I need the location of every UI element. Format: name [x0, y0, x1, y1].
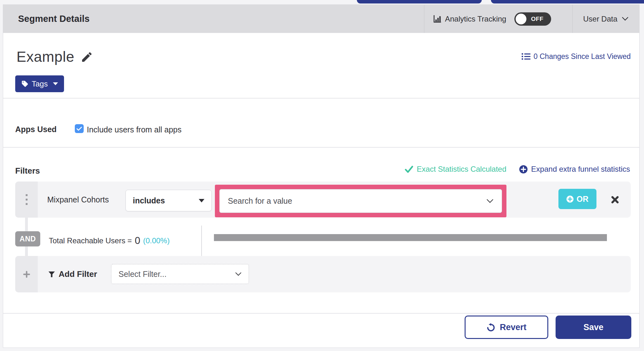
chevron-down-icon	[235, 272, 242, 276]
pencil-icon	[80, 51, 93, 63]
funnel-icon	[48, 271, 55, 278]
section-divider	[3, 147, 639, 148]
total-reachable-percent: (0.00%)	[143, 236, 170, 245]
toggle-state-label: OFF	[531, 12, 544, 26]
filter-drag-handle[interactable]	[15, 182, 38, 218]
undo-icon	[486, 323, 495, 332]
changes-since-last-viewed-link[interactable]: 0 Changes Since Last Viewed	[522, 52, 631, 61]
drag-dots-icon	[26, 199, 28, 201]
filter-operator-select[interactable]: includes	[126, 190, 212, 211]
plus-icon	[23, 271, 30, 278]
plus-circle-icon	[566, 195, 574, 203]
analytics-tracking-label: Analytics Tracking	[445, 15, 506, 23]
include-all-apps-checkbox[interactable]	[75, 124, 84, 133]
add-or-condition-button[interactable]: OR	[558, 189, 596, 209]
user-data-label: User Data	[583, 15, 617, 23]
select-filter-placeholder: Select Filter...	[119, 270, 166, 279]
or-button-label: OR	[576, 195, 589, 204]
revert-button[interactable]: Revert	[465, 316, 548, 339]
filters-status-cluster: Exact Statistics Calculated Expand extra…	[405, 165, 630, 174]
stats-divider	[201, 226, 202, 256]
total-reachable-users: Total Reachable Users = 0 (0.00%)	[49, 226, 170, 256]
reachable-users-progress-bar	[214, 234, 607, 241]
drag-dots-icon	[26, 203, 28, 205]
close-icon	[611, 195, 619, 204]
apps-used-label: Apps Used	[15, 125, 57, 134]
plus-circle-icon	[519, 165, 528, 174]
section-divider	[3, 313, 639, 314]
user-data-dropdown[interactable]: User Data	[583, 5, 628, 33]
expand-funnel-label: Expand extra funnel statistics	[531, 165, 630, 174]
section-divider	[3, 98, 639, 99]
segment-name: Example	[16, 48, 74, 65]
add-filter-handle	[15, 256, 38, 292]
expand-funnel-statistics-link[interactable]: Expand extra funnel statistics	[519, 165, 630, 174]
topnav-button-right[interactable]	[491, 0, 644, 3]
total-reachable-label: Total Reachable Users =	[49, 236, 132, 245]
exact-statistics-label: Exact Statistics Calculated	[417, 165, 506, 174]
filters-section-label: Filters	[15, 166, 40, 176]
checkmark-icon	[405, 166, 413, 173]
add-filter-label-group: Add Filter	[48, 256, 97, 292]
bar-chart-icon	[433, 15, 441, 23]
save-button[interactable]: Save	[556, 316, 631, 339]
caret-down-icon	[53, 82, 58, 85]
chevron-down-icon	[622, 17, 628, 21]
changes-link-label: 0 Changes Since Last Viewed	[534, 52, 631, 61]
segment-details-page: Segment Details Analytics Tracking OFF U…	[0, 0, 644, 351]
tag-icon	[21, 80, 29, 87]
save-button-label: Save	[583, 322, 603, 332]
filter-value-select[interactable]: Search for a value	[219, 189, 502, 213]
tags-button[interactable]: Tags	[15, 75, 64, 92]
add-filter-row: Add Filter Select Filter...	[15, 256, 631, 292]
and-badge: AND	[15, 231, 40, 246]
remove-filter-button[interactable]	[608, 193, 622, 207]
select-filter-dropdown[interactable]: Select Filter...	[111, 264, 249, 284]
filter-value-placeholder: Search for a value	[228, 196, 292, 206]
card-header: Segment Details Analytics Tracking OFF U…	[3, 5, 639, 33]
header-divider	[572, 5, 573, 33]
changelog-list-icon	[522, 53, 531, 60]
check-icon	[76, 126, 82, 131]
add-filter-label: Add Filter	[59, 269, 97, 279]
topnav-button-left[interactable]	[357, 0, 482, 3]
header-divider	[424, 5, 424, 33]
filter-operator-value: includes	[133, 196, 165, 205]
analytics-tracking-toggle[interactable]: OFF	[514, 12, 551, 26]
filter-field-label: Mixpanel Cohorts	[47, 182, 109, 218]
drag-dots-icon	[26, 194, 28, 196]
toggle-knob	[516, 14, 526, 24]
total-reachable-value: 0	[135, 235, 140, 246]
exact-statistics-status: Exact Statistics Calculated	[405, 165, 506, 174]
tags-button-label: Tags	[32, 80, 48, 88]
page-title: Segment Details	[18, 5, 90, 33]
edit-name-button[interactable]	[80, 51, 93, 65]
triangle-down-icon	[199, 199, 204, 202]
include-all-apps-label: Include users from all apps	[87, 125, 182, 134]
chevron-down-icon	[486, 199, 493, 203]
revert-button-label: Revert	[500, 322, 526, 332]
analytics-tracking-control: Analytics Tracking OFF	[433, 5, 551, 33]
